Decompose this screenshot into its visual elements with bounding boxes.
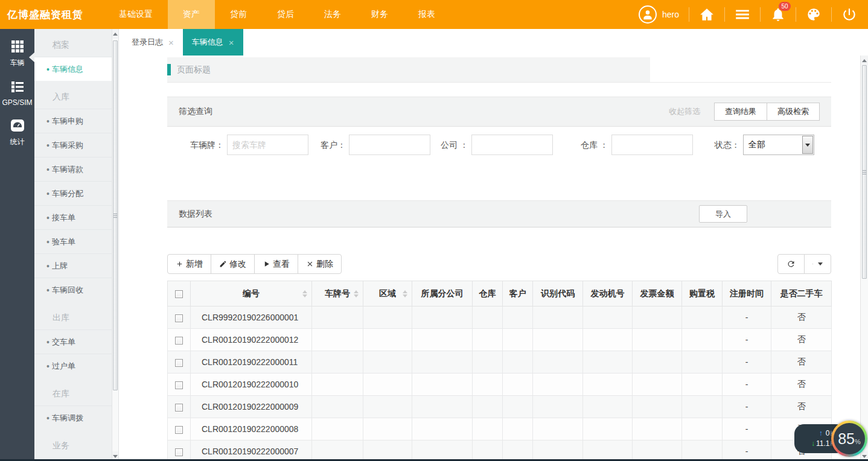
- table-row-0[interactable]: CLR99920190226000001-否: [168, 307, 832, 329]
- submenu-item-13[interactable]: •过户单: [34, 354, 112, 378]
- tab-close-icon[interactable]: ×: [168, 37, 174, 48]
- notifications-button[interactable]: 50: [770, 7, 786, 22]
- filter-input-0[interactable]: [227, 135, 308, 155]
- tab-1[interactable]: 车辆信息×: [183, 29, 243, 56]
- column-header-region[interactable]: 区域: [363, 281, 412, 307]
- scroll-up-button[interactable]: [861, 56, 868, 65]
- table-row-6[interactable]: CLR00120190222000007-否: [168, 440, 832, 461]
- score-badge[interactable]: 85 %: [831, 421, 867, 457]
- field-label: 公司 ：: [441, 135, 471, 155]
- select-dropdown-button[interactable]: [802, 136, 813, 154]
- add-button[interactable]: 新增: [167, 254, 211, 274]
- edit-button[interactable]: 修改: [211, 254, 255, 274]
- row-checkbox[interactable]: [175, 426, 183, 434]
- nav-item-0[interactable]: 基础设置: [104, 0, 168, 29]
- submenu-item-12[interactable]: •交车单: [34, 329, 112, 354]
- user-avatar[interactable]: [639, 5, 657, 24]
- bullet-icon: •: [46, 65, 49, 74]
- nav-item-6[interactable]: 报表: [403, 0, 450, 29]
- table-row-3[interactable]: CLR00120190222000010-否: [168, 374, 832, 396]
- column-header-plate[interactable]: 车牌号: [312, 281, 363, 307]
- cell-branch: [412, 351, 473, 374]
- menu-button[interactable]: [735, 7, 750, 22]
- row-checkbox[interactable]: [175, 448, 183, 456]
- scroll-up-button[interactable]: [112, 29, 118, 39]
- sidebar-item-2[interactable]: 统计: [0, 113, 34, 153]
- row-checkbox[interactable]: [175, 337, 183, 345]
- cell-tax: [682, 307, 723, 329]
- nav-item-1[interactable]: 资产: [168, 0, 215, 29]
- cell-engine: [583, 374, 633, 396]
- columns-button[interactable]: [804, 254, 831, 274]
- filter-input-3[interactable]: [611, 135, 693, 155]
- caret-down-icon: [818, 262, 823, 265]
- submenu-item-7[interactable]: •接车单: [34, 205, 112, 229]
- submenu-item-5[interactable]: •车辆请款: [34, 157, 112, 181]
- cell-branch: [412, 418, 473, 440]
- sidebar-item-label: GPS/SIM: [2, 98, 32, 107]
- notification-badge: 50: [779, 2, 791, 11]
- sort-icon[interactable]: [302, 290, 307, 297]
- cell-warehouse: [473, 351, 503, 374]
- palette-icon: [806, 7, 822, 22]
- submenu-item-6[interactable]: •车辆分配: [34, 181, 112, 205]
- submenu-item-15[interactable]: •车辆调拨: [34, 405, 112, 430]
- submenu-scrollbar[interactable]: [112, 29, 119, 461]
- sort-icon[interactable]: [403, 290, 407, 297]
- cell-engine: [583, 329, 633, 351]
- tab-0[interactable]: 登录日志×: [123, 29, 183, 56]
- main-scrollbar[interactable]: [860, 56, 868, 461]
- delete-button[interactable]: 删除: [298, 254, 342, 274]
- submenu-item-8[interactable]: •验车单: [34, 229, 112, 253]
- separator: [760, 7, 761, 22]
- advanced-search-button[interactable]: 高级检索: [767, 103, 820, 121]
- nav-item-4[interactable]: 法务: [309, 0, 356, 29]
- cell-second_hand: 否: [771, 329, 832, 351]
- table-row-2[interactable]: CLR00120190222000011-否: [168, 351, 832, 374]
- nav-item-2[interactable]: 贷前: [215, 0, 262, 29]
- filter-input-2[interactable]: [471, 135, 553, 155]
- sidebar-item-label: 统计: [10, 137, 25, 147]
- sort-icon[interactable]: [354, 290, 359, 297]
- bullet-icon: •: [46, 165, 49, 174]
- cell-region: [363, 418, 412, 440]
- nav-item-3[interactable]: 贷后: [262, 0, 309, 29]
- table-row-5[interactable]: CLR00120190222000008-否: [168, 418, 832, 440]
- cell-branch: [412, 396, 473, 418]
- row-checkbox[interactable]: [175, 381, 183, 389]
- refresh-button[interactable]: [777, 254, 805, 274]
- submenu-item-3[interactable]: •车辆申购: [34, 109, 112, 133]
- submenu-item-9[interactable]: •上牌: [34, 253, 112, 278]
- collapse-filter-link[interactable]: 收起筛选: [669, 106, 700, 117]
- filter-input-1[interactable]: [349, 135, 430, 155]
- import-button[interactable]: 导入: [699, 205, 747, 223]
- row-checkbox[interactable]: [175, 359, 183, 367]
- username[interactable]: hero: [662, 10, 679, 19]
- field-label: 车辆牌：: [190, 135, 227, 155]
- view-button[interactable]: 查看: [254, 254, 298, 274]
- submenu-item-4[interactable]: •车辆采购: [34, 133, 112, 157]
- scrollbar-thumb[interactable]: [113, 40, 118, 390]
- tab-close-icon[interactable]: ×: [229, 37, 234, 48]
- theme-button[interactable]: [806, 7, 822, 22]
- button-label: 新增: [186, 259, 203, 270]
- scrollbar-thumb[interactable]: [862, 65, 867, 279]
- home-button[interactable]: [699, 7, 715, 22]
- table-row-1[interactable]: CLR00120190222000012-否: [168, 329, 832, 351]
- table-row-4[interactable]: CLR00120190222000009-否: [168, 396, 832, 418]
- sidebar-item-1[interactable]: GPS/SIM: [0, 74, 34, 113]
- status-select[interactable]: 全部: [743, 135, 814, 155]
- row-checkbox-cell: [168, 418, 191, 440]
- submenu-item-1[interactable]: •车辆信息: [34, 57, 112, 81]
- submenu-item-10[interactable]: •车辆回收: [34, 278, 112, 302]
- column-header-id[interactable]: 编号: [191, 281, 312, 307]
- field-label: 客户：: [321, 135, 349, 155]
- logout-button[interactable]: [841, 7, 857, 22]
- query-results-button[interactable]: 查询结果: [714, 103, 767, 121]
- cell-id: CLR00120190222000008: [191, 418, 312, 440]
- select-all-checkbox[interactable]: [175, 290, 183, 298]
- row-checkbox[interactable]: [175, 404, 183, 412]
- row-checkbox[interactable]: [175, 314, 183, 322]
- cell-invoice: [633, 307, 682, 329]
- nav-item-5[interactable]: 财务: [356, 0, 403, 29]
